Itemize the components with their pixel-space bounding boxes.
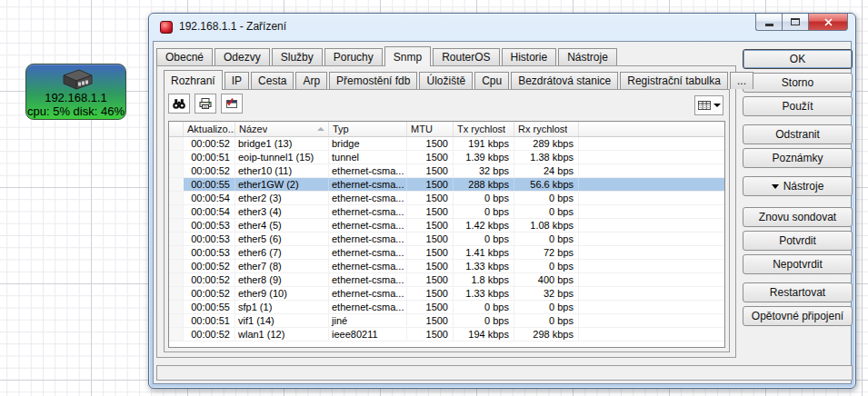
column-header-aktualizo[interactable]: Aktualizo... bbox=[184, 122, 235, 136]
tab-obecn[interactable]: Obecné bbox=[156, 48, 213, 65]
button-ok[interactable]: OK bbox=[743, 49, 853, 69]
tab-historie[interactable]: Historie bbox=[502, 48, 557, 65]
button-group: OKStornoPoužít bbox=[743, 49, 853, 116]
subtab-lo-i-t[interactable]: Úložiště bbox=[419, 72, 473, 89]
button-odstranit[interactable]: Odstranit bbox=[743, 124, 853, 144]
cell: 00:00:55 bbox=[184, 301, 235, 313]
subtab-ip[interactable]: IP bbox=[224, 72, 249, 89]
close-button[interactable] bbox=[808, 14, 848, 31]
column-header-mtu[interactable]: MTU bbox=[407, 122, 454, 136]
subtab-cesta[interactable]: Cesta bbox=[251, 72, 294, 89]
cell bbox=[579, 205, 724, 218]
table-row[interactable]: 00:00:54ether2 (3)ethernet-csma...15000 … bbox=[169, 192, 724, 205]
cell: ethernet-csma... bbox=[329, 164, 407, 177]
device-node[interactable]: 192.168.1.1 cpu: 5% disk: 46% bbox=[25, 64, 126, 120]
subtab-registra-n-tabulka[interactable]: Registrační tabulka bbox=[620, 72, 728, 89]
button-pou-t[interactable]: Použít bbox=[743, 96, 853, 116]
subtab-arp[interactable]: Arp bbox=[295, 72, 327, 89]
table-row[interactable]: 00:00:55sfp1 (1)ethernet-csma...15000 bp… bbox=[169, 301, 724, 314]
column-header-blank[interactable] bbox=[169, 122, 184, 136]
button-label: OK bbox=[790, 53, 805, 65]
button-nepotvrdit[interactable]: Nepotvrdit bbox=[743, 254, 853, 274]
window-title: 192.168.1.1 - Zařízení bbox=[179, 20, 286, 33]
column-header-label: Rx rychlost bbox=[518, 122, 567, 136]
column-header-typ[interactable]: Typ bbox=[329, 122, 407, 136]
button-restartovat[interactable]: Restartovat bbox=[743, 282, 853, 302]
table-row[interactable]: 00:00:53ether6 (7)ethernet-csma...15001.… bbox=[169, 246, 724, 260]
table-row[interactable]: 00:00:51eoip-tunnel1 (15)tunnel15001.39 … bbox=[169, 151, 724, 164]
maximize-icon bbox=[791, 18, 800, 25]
subtab-rozhran[interactable]: Rozhraní bbox=[164, 70, 223, 90]
button-znovu-sondovat[interactable]: Znovu sondovat bbox=[743, 207, 853, 227]
button-storno[interactable]: Storno bbox=[743, 73, 853, 93]
table-row[interactable]: 00:00:53ether4 (5)ethernet-csma...15001.… bbox=[169, 219, 724, 233]
cell bbox=[579, 164, 724, 177]
table-row[interactable]: 00:00:55ether1GW (2)ethernet-csma...1500… bbox=[169, 178, 724, 192]
column-header-n-zev[interactable]: Název bbox=[235, 122, 329, 136]
print-button[interactable] bbox=[195, 94, 216, 114]
cell: 00:00:52 bbox=[184, 287, 235, 300]
subtab-bezdr-tov-stanice[interactable]: Bezdrátová stanice bbox=[511, 72, 618, 89]
table-row[interactable]: 00:00:52bridge1 (13)bridge1500191 kbps28… bbox=[169, 137, 724, 151]
find-button[interactable] bbox=[168, 94, 190, 114]
button-group: RestartovatOpětovné připojení bbox=[743, 282, 853, 326]
tab-odezvy[interactable]: Odezvy bbox=[215, 48, 270, 65]
column-picker-button[interactable] bbox=[694, 95, 723, 115]
table-row[interactable]: 00:00:52ether10 (11)ethernet-csma...1500… bbox=[169, 164, 724, 178]
cell: 1500 bbox=[407, 178, 454, 191]
tab-n-stroje[interactable]: Nástroje bbox=[558, 48, 617, 65]
table-row[interactable]: 00:00:51vif1 (14)jiné15000 bps0 bps bbox=[169, 314, 724, 328]
app-window: 192.168.1.1 - Zařízení ObecnéOdezvySlužb… bbox=[148, 13, 856, 389]
minimize-button[interactable] bbox=[755, 14, 782, 31]
cell bbox=[169, 287, 184, 300]
button-label: Nástroje bbox=[783, 180, 824, 193]
cell: 00:00:53 bbox=[184, 219, 235, 232]
column-header-label: Tx rychlost bbox=[457, 122, 505, 136]
button-label: Použít bbox=[782, 100, 813, 113]
tab-slu-by[interactable]: Služby bbox=[272, 48, 323, 65]
cell bbox=[579, 178, 724, 191]
column-header-label: Typ bbox=[333, 122, 349, 136]
table-row[interactable]: 00:00:52wlan1 (12)ieee802111500194 kbps2… bbox=[169, 328, 724, 342]
button-n-stroje[interactable]: Nástroje bbox=[743, 176, 853, 196]
cell bbox=[169, 260, 184, 272]
cell: ether3 (4) bbox=[235, 205, 329, 218]
tab-routeros[interactable]: RouterOS bbox=[433, 48, 499, 65]
cell: ethernet-csma... bbox=[329, 233, 407, 245]
cell: 0 bps bbox=[454, 205, 514, 218]
subtab-blank[interactable]: ... bbox=[730, 72, 753, 89]
printer-icon bbox=[198, 96, 213, 111]
cell: 1.08 kbps bbox=[514, 219, 579, 232]
cell: 00:00:52 bbox=[184, 273, 235, 286]
column-header-rx-rychlost[interactable]: Rx rychlost bbox=[514, 122, 579, 136]
close-icon bbox=[824, 18, 833, 26]
subtab-cpu[interactable]: Cpu bbox=[474, 72, 509, 89]
maximize-button[interactable] bbox=[782, 14, 808, 31]
new-window-button[interactable] bbox=[221, 94, 243, 114]
table-row[interactable]: 00:00:52ether8 (9)ethernet-csma...15001.… bbox=[169, 273, 724, 287]
cell bbox=[579, 287, 724, 300]
button-op-tovn-p-ipojen[interactable]: Opětovné připojení bbox=[743, 306, 853, 326]
tab-snmp[interactable]: Snmp bbox=[384, 46, 431, 66]
button-pozn-mky[interactable]: Poznámky bbox=[743, 148, 853, 168]
table-row[interactable]: 00:00:52ether9 (10)ethernet-csma...15001… bbox=[169, 287, 724, 301]
cell: 1.38 kbps bbox=[514, 151, 579, 163]
table-row[interactable]: 00:00:52ether7 (8)ethernet-csma...15001.… bbox=[169, 260, 724, 273]
table-row[interactable]: 00:00:54ether3 (4)ethernet-csma...15000 … bbox=[169, 205, 724, 219]
titlebar[interactable]: 192.168.1.1 - Zařízení bbox=[149, 14, 855, 41]
cell bbox=[169, 219, 184, 232]
cell bbox=[579, 260, 724, 272]
cell bbox=[169, 233, 184, 245]
cell: 72 bps bbox=[514, 246, 579, 259]
cell: ether5 (6) bbox=[235, 233, 329, 245]
tab-poruchy[interactable]: Poruchy bbox=[324, 48, 383, 65]
cell bbox=[169, 301, 184, 313]
button-potvrdit[interactable]: Potvrdit bbox=[743, 231, 853, 251]
table-row[interactable]: 00:00:53ether5 (6)ethernet-csma...15000 … bbox=[169, 233, 724, 246]
button-group: Nástroje bbox=[743, 176, 853, 196]
subtab-p-emost-n-fdb[interactable]: Přemostění fdb bbox=[329, 72, 417, 89]
column-header-tx-rychlost[interactable]: Tx rychlost bbox=[454, 122, 514, 136]
cell: sfp1 (1) bbox=[235, 301, 329, 313]
button-label: Poznámky bbox=[772, 152, 823, 164]
cell bbox=[579, 273, 724, 286]
